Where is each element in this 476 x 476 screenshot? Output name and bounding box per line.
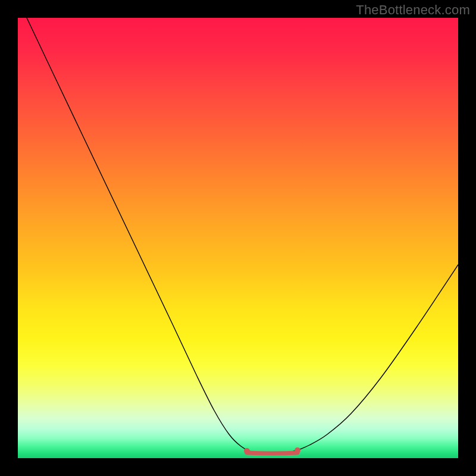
bottleneck-curve-line: [27, 18, 458, 453]
watermark-text: TheBottleneck.com: [356, 2, 470, 18]
flat-bottom-segment: [247, 453, 298, 453]
plot-area: [18, 18, 458, 458]
left-end-dot: [244, 448, 250, 454]
chart-stage: TheBottleneck.com: [0, 0, 476, 476]
right-end-dot: [295, 447, 300, 453]
curve-svg: [18, 18, 458, 458]
